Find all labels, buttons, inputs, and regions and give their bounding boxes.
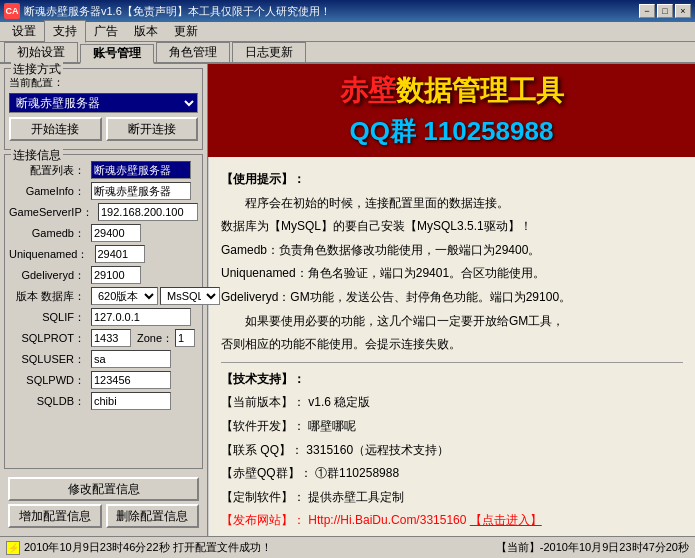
uniquenamed-input[interactable] (95, 245, 145, 263)
version-row: 版本 数据库： 620版本 640版本 MsSQL库 MySQL库 (9, 287, 198, 305)
status-text-right: 【当前】-2010年10月9日23时47分20秒 (496, 540, 689, 555)
tip1: 程序会在初始的时候，连接配置里面的数据连接。 (221, 193, 683, 215)
sqldb-label: SQLDB： (9, 394, 89, 409)
dev-label: 【软件开发】： (221, 419, 305, 433)
tab-log-update[interactable]: 日志更新 (232, 42, 306, 62)
website-link[interactable]: 【点击进入】 (470, 513, 542, 527)
window-controls: − □ × (639, 4, 691, 18)
maximize-button[interactable]: □ (657, 4, 673, 18)
website-label: 【发布网站】： (221, 513, 305, 527)
qq-value: 3315160（远程技术支持） (306, 443, 449, 457)
gamedb-row: Gamedb： (9, 224, 198, 242)
connection-info-section: 连接信息 配置列表： GameInfo： GameServerIP： Gamed… (4, 154, 203, 469)
stop-connect-button[interactable]: 断开连接 (106, 117, 199, 141)
gameinfo-input[interactable] (91, 182, 191, 200)
gdeliveryd-row: Gdeliveryd： (9, 266, 198, 284)
gamedb-input[interactable] (91, 224, 141, 242)
sqldb-input[interactable] (91, 392, 171, 410)
sqluser-row: SQLUSER： (9, 350, 198, 368)
delete-config-button[interactable]: 删除配置信息 (106, 504, 200, 528)
connection-section: 连接方式 当前配置： 断魂赤壁服务器 开始连接 断开连接 (4, 68, 203, 150)
sqlif-label: SQLIF： (9, 310, 89, 325)
add-config-button[interactable]: 增加配置信息 (8, 504, 102, 528)
sqluser-input[interactable] (91, 350, 171, 368)
uniquenamed-label: Uniquenamed： (9, 247, 93, 262)
version-info: 【当前版本】： v1.6 稳定版 (221, 392, 683, 414)
version-label: 【当前版本】： (221, 395, 305, 409)
sqlprot-input[interactable] (91, 329, 131, 347)
sqlprot-label: SQLPROT： (9, 331, 89, 346)
sqlpwd-label: SQLPWD： (9, 373, 89, 388)
banner-qq: QQ群 110258988 (220, 114, 683, 149)
right-panel: 赤壁数据管理工具 QQ群 110258988 【使用提示】： 程序会在初始的时候… (208, 64, 695, 536)
menu-support[interactable]: 支持 (44, 20, 86, 43)
config-select-wrapper: 断魂赤壁服务器 (9, 93, 198, 113)
status-icon: ⚡ (6, 541, 20, 555)
tab-initial-setup[interactable]: 初始设置 (4, 42, 78, 62)
sqlif-row: SQLIF： (9, 308, 198, 326)
modify-config-button[interactable]: 修改配置信息 (8, 477, 199, 501)
sqlif-input[interactable] (91, 308, 191, 326)
config-list-input[interactable] (91, 161, 191, 179)
gameinfo-row: GameInfo： (9, 182, 198, 200)
status-left: ⚡ 2010年10月9日23时46分22秒 打开配置文件成功！ (6, 540, 272, 555)
website-info: 【发布网站】： Http://Hi.BaiDu.Com/3315160 【点击进… (221, 510, 683, 532)
menu-version[interactable]: 版本 (126, 21, 166, 42)
custom-info: 【定制软件】： 提供赤壁工具定制 (221, 487, 683, 509)
cbqq-info: 【赤壁QQ群】： ①群110258988 (221, 463, 683, 485)
db-type-select[interactable]: MsSQL库 MySQL库 (160, 287, 220, 305)
tip5: Gdeliveryd：GM功能，发送公告、封停角色功能。端口为29100。 (221, 287, 683, 309)
action-buttons: 修改配置信息 增加配置信息 删除配置信息 (4, 473, 203, 532)
dev-info: 【软件开发】： 哪壁哪呢 (221, 416, 683, 438)
banner-title-part2: 数据管理工具 (396, 75, 564, 106)
tab-account-mgmt[interactable]: 账号管理 (80, 44, 154, 64)
app-icon: CA (4, 3, 20, 19)
banner: 赤壁数据管理工具 QQ群 110258988 (208, 64, 695, 157)
qq-info: 【联系 QQ】： 3315160（远程技术支持） (221, 440, 683, 462)
qq-label: 【联系 QQ】： (221, 443, 303, 457)
tab-bar: 初始设置 账号管理 角色管理 日志更新 (0, 42, 695, 64)
website-prefix: Http://Hi.BaiDu.Com/3315160 (308, 513, 469, 527)
menu-update[interactable]: 更新 (166, 21, 206, 42)
tip7: 否则相应的功能不能使用。会提示连接失败。 (221, 334, 683, 356)
minimize-button[interactable]: − (639, 4, 655, 18)
title-bar: CA 断魂赤壁服务器v1.6【免责声明】本工具仅限于个人研究使用！ − □ × (0, 0, 695, 22)
menu-ad[interactable]: 广告 (86, 21, 126, 42)
use-tips-title: 【使用提示】： (221, 169, 683, 191)
close-button[interactable]: × (675, 4, 691, 18)
divider (221, 362, 683, 363)
connection-section-label: 连接方式 (11, 61, 63, 78)
tip2: 数据库为【MySQL】的要自己安装【MySQL3.5.1驱动】！ (221, 216, 683, 238)
sqlpwd-input[interactable] (91, 371, 171, 389)
version-value: v1.6 稳定版 (308, 395, 370, 409)
dev-value: 哪壁哪呢 (308, 419, 356, 433)
menu-settings[interactable]: 设置 (4, 21, 44, 42)
connect-buttons: 开始连接 断开连接 (9, 117, 198, 141)
config-dropdown[interactable]: 断魂赤壁服务器 (9, 93, 198, 113)
main-content: 连接方式 当前配置： 断魂赤壁服务器 开始连接 断开连接 连接信息 配置列表： (0, 64, 695, 536)
tab-role-mgmt[interactable]: 角色管理 (156, 42, 230, 62)
info-area: 【使用提示】： 程序会在初始的时候，连接配置里面的数据连接。 数据库为【MySQ… (208, 157, 695, 536)
sqldb-row: SQLDB： (9, 392, 198, 410)
tip4: Uniquenamed：角色名验证，端口为29401。合区功能使用。 (221, 263, 683, 285)
left-panel: 连接方式 当前配置： 断魂赤壁服务器 开始连接 断开连接 连接信息 配置列表： (0, 64, 208, 536)
status-bar: ⚡ 2010年10月9日23时46分22秒 打开配置文件成功！ 【当前】-201… (0, 536, 695, 558)
status-text-left: 2010年10月9日23时46分22秒 打开配置文件成功！ (24, 540, 272, 555)
banner-title-part1: 赤壁 (340, 75, 396, 106)
zone-label: Zone： (137, 331, 173, 346)
uniquenamed-row: Uniquenamed： (9, 245, 198, 263)
zone-input[interactable] (175, 329, 195, 347)
sqluser-label: SQLUSER： (9, 352, 89, 367)
version-select[interactable]: 620版本 640版本 (91, 287, 158, 305)
tip3: Gamedb：负责角色数据修改功能使用，一般端口为29400。 (221, 240, 683, 262)
gameserverip-input[interactable] (98, 203, 198, 221)
gamedb-label: Gamedb： (9, 226, 89, 241)
gdeliveryd-input[interactable] (91, 266, 141, 284)
start-connect-button[interactable]: 开始连接 (9, 117, 102, 141)
config-list-label: 配置列表： (9, 163, 89, 178)
add-delete-buttons-row: 增加配置信息 删除配置信息 (8, 504, 199, 528)
custom-value: 提供赤壁工具定制 (308, 490, 404, 504)
gdeliveryd-label: Gdeliveryd： (9, 268, 89, 283)
sqlprot-row: SQLPROT： Zone： (9, 329, 198, 347)
cbqq-label: 【赤壁QQ群】： (221, 466, 312, 480)
